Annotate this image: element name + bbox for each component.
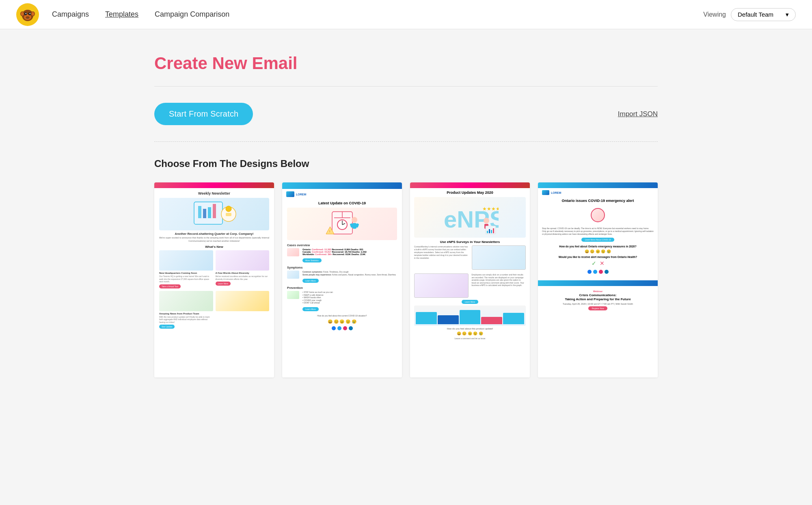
nav-campaign-comparison[interactable]: Campaign Comparison (155, 9, 229, 20)
action-row: Start From Scratch Import JSON (154, 103, 658, 125)
tmpl1-col3-title: Amazing News from Product Team (159, 312, 213, 315)
main-content: Create New Email Start From Scratch Impo… (122, 29, 690, 410)
svg-point-17 (226, 206, 231, 212)
tmpl2-social (287, 326, 397, 330)
svg-rect-39 (493, 228, 494, 233)
template-card-product-updates[interactable]: Product Updates May 2020 eNPS ★★★★★ (410, 182, 530, 377)
svg-rect-38 (491, 230, 492, 233)
tmpl3-chart (414, 306, 526, 326)
tmpl2-hero: ! (287, 208, 397, 240)
tmpl1-col1-btn[interactable]: Take a Virtual Tour (159, 284, 181, 288)
chevron-down-icon: ▾ (786, 11, 789, 18)
svg-point-33 (484, 218, 489, 223)
import-json-link[interactable]: Import JSON (618, 110, 658, 118)
svg-point-25 (352, 217, 357, 223)
tmpl1-col3-text: With the new product update we'll finall… (159, 316, 213, 324)
tmpl3-section-title: Use eNPS Surveys in Your Newsletters (414, 240, 526, 244)
tmpl4-title: Ontario issues COVID-19 emergency alert (542, 199, 654, 203)
viewing-label: Viewing (703, 11, 726, 18)
tmpl4-checkx: ✓ ✕ (542, 260, 654, 267)
tmpl4-question1: How do you feel about Ontario emergency … (542, 245, 654, 248)
tmpl2-prevention-title: Prevention (287, 286, 397, 290)
tmpl4-hero-image (542, 205, 654, 225)
tmpl4-logo-text: LOREM (551, 191, 561, 194)
svg-point-6 (26, 16, 30, 19)
svg-point-5 (30, 13, 30, 14)
tmpl2-emoji-row: 😄 😊 😐 😟 😢 (287, 319, 397, 324)
tmpl3-emoji-row: 😄 😊 😐 😟 😢 (414, 332, 526, 336)
svg-text:★★★★★: ★★★★★ (482, 206, 499, 212)
tmpl3-question: How do you feel about this product updat… (414, 327, 526, 330)
tmpl1-text: We're super excited to announce that tha… (159, 236, 269, 243)
tmpl2-prevention-text: • STAY home as much as you can• KEEP a s… (302, 291, 333, 304)
svg-rect-13 (203, 209, 206, 218)
svg-rect-14 (208, 207, 211, 218)
header-right: Viewing Default Team ▾ (703, 8, 796, 21)
tmpl1-whats-new: What's New (159, 245, 269, 249)
title-divider (154, 86, 658, 87)
tmpl4-emoji-row1: 😄 😊 😐 😟 😢 (542, 249, 654, 254)
tmpl2-worldwide: Worldwide: Confirmed: 3M+ Recovered: 910… (302, 253, 367, 256)
tmpl4-webinar-label: Webinar (542, 290, 654, 293)
tmpl2-symptoms-title: Symptoms (287, 266, 397, 269)
tmpl4-question2: Would you like to receive alert messages… (542, 256, 654, 258)
tmpl2-question: How do you feel about the current COVID-… (287, 314, 397, 317)
tmpl1-subtitle: Another Record-shattering Quarter at Cor… (159, 232, 269, 236)
tmpl2-symptoms-btn[interactable]: Learn More (302, 279, 319, 283)
tmpl4-register-btn[interactable]: Register Now (588, 306, 607, 310)
tmpl3-col2-text: Employees can simply click on a number a… (472, 273, 526, 287)
template-card-weekly-newsletter[interactable]: Weekly Newsletter Anot (154, 182, 274, 377)
nav-templates[interactable]: Templates (105, 9, 138, 20)
tmpl3-learn-more-btn[interactable]: Learn More (462, 300, 479, 304)
choose-designs-title: Choose From The Designs Below (154, 158, 658, 169)
x-icon: ✕ (600, 260, 605, 267)
svg-point-9 (21, 12, 24, 15)
page-title: Create New Email (154, 54, 658, 73)
svg-text:!: ! (329, 230, 330, 233)
tmpl1-col1-text: Our Toronto HQ is getting a new home! We… (159, 275, 213, 283)
tmpl1-col2-btn[interactable]: Learn More (216, 282, 231, 286)
tmpl4-social (542, 270, 654, 274)
tmpl1-title: Weekly Newsletter (159, 191, 269, 195)
svg-point-4 (26, 13, 26, 14)
team-selector[interactable]: Default Team ▾ (731, 8, 796, 21)
tmpl4-desc: Stop the spread. COVID-19 can be deadly.… (542, 227, 654, 236)
svg-rect-36 (487, 231, 488, 233)
tmpl2-stats-btn[interactable]: More Statistics (302, 258, 322, 262)
svg-rect-15 (213, 204, 216, 218)
tmpl3-footer-text: Leave a comment and let us know (414, 337, 526, 340)
svg-rect-37 (489, 229, 490, 233)
main-nav: Campaigns Templates Campaign Comparison (52, 9, 703, 20)
tmpl3-desc: ContactMonkey's internal communications … (414, 245, 469, 260)
tmpl3-title: Product Updates May 2020 (414, 191, 526, 195)
template-card-covid-update[interactable]: LOREM Latest Update on COVID-19 (282, 182, 402, 377)
tmpl4-learn-btn[interactable]: Learn More About COVID-19 (581, 238, 614, 242)
start-from-scratch-button[interactable]: Start From Scratch (154, 103, 253, 125)
nav-campaigns[interactable]: Campaigns (52, 9, 89, 20)
template-card-covid-emergency[interactable]: LOREM Ontario issues COVID-19 emergency … (538, 182, 658, 377)
svg-point-10 (32, 12, 35, 15)
header: Campaigns Templates Campaign Comparison … (0, 0, 812, 29)
tmpl2-main-title: Latest Update on COVID-19 (287, 201, 397, 205)
tmpl2-prevention-btn[interactable]: Learn More (302, 307, 319, 311)
tmpl2-cases-title: Cases overview (287, 243, 397, 247)
check-icon: ✓ (592, 260, 596, 267)
tmpl1-col1-title: New Headquarters Coming Soon (159, 272, 213, 274)
svg-rect-18 (226, 213, 231, 216)
tmpl2-logo-text: LOREM (296, 193, 306, 196)
tmpl1-col3-btn[interactable]: See Update (159, 325, 175, 329)
tmpl1-col2-text: We've received countless accolades as re… (216, 275, 270, 280)
template-grid: Weekly Newsletter Anot (154, 182, 658, 377)
tmpl1-col2-title: A Few Words About Diversity (216, 272, 270, 274)
tmpl2-symptoms-text: Common symptoms: Fever, Tiredness, Dry c… (302, 271, 396, 276)
tmpl4-webinar-title: Crisis Communications:Taking Action and … (542, 293, 654, 302)
svg-rect-12 (198, 206, 201, 218)
team-selector-label: Default Team (738, 11, 773, 18)
tmpl1-hero-image (159, 198, 269, 230)
logo[interactable] (16, 3, 39, 26)
section-divider (154, 141, 658, 142)
tmpl4-webinar-date: Tuesday, April 28, 2020 | 10:00 am ET / … (542, 303, 654, 305)
tmpl3-hero: eNPS ★★★★★ (414, 197, 526, 238)
